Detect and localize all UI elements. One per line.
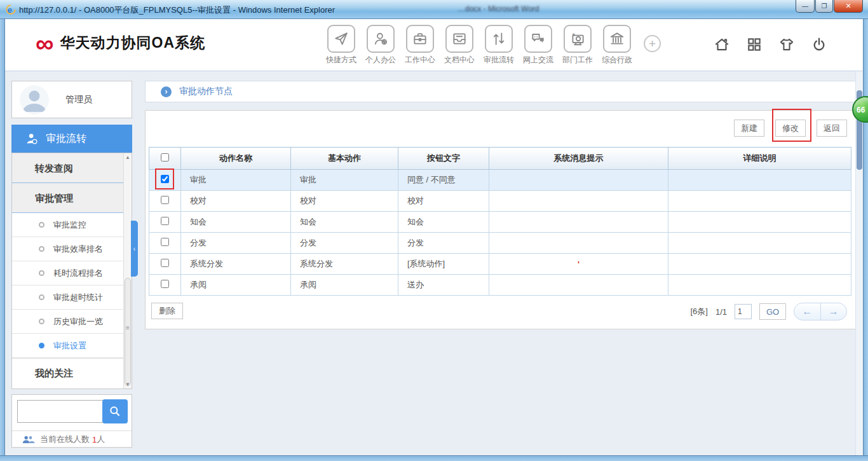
apps-grid-icon[interactable] [746, 36, 763, 53]
prev-page-icon[interactable]: ← [794, 303, 821, 320]
logo-infinity-icon: ∞ [36, 34, 54, 53]
sidebar-group-my-follow[interactable]: 我的关注 [12, 358, 125, 387]
table-row[interactable]: 系统分发系统分发[系统动作]' [149, 254, 851, 275]
table-row[interactable]: 分发分发分发 [149, 233, 851, 254]
window-frame-bottom [0, 455, 868, 461]
ie-favicon-icon: e [5, 4, 17, 15]
select-all-checkbox[interactable] [161, 153, 169, 162]
sidebar-item-sub[interactable]: 审批超时统计 [12, 286, 125, 310]
scroll-up-icon[interactable]: ▲ [124, 155, 132, 160]
cell-detail [668, 170, 851, 191]
nav-item-label: 个人办公 [361, 55, 400, 65]
cell-base-action: 分发 [291, 233, 398, 254]
chat-bubbles-icon [524, 25, 552, 53]
main-panel: 新建 修改 返回 动作名称 基本动作 按钮文字 系统消息提示 详细说明 [145, 110, 857, 329]
table-row[interactable]: 校对校对校对 [149, 191, 851, 212]
nav-item-label: 综合行政 [597, 55, 637, 65]
col-detail: 详细说明 [668, 148, 851, 170]
people-icon [22, 435, 35, 444]
sidebar-item-sub[interactable]: 审批监控 [12, 213, 125, 237]
nav-item-label: 部门工作 [558, 55, 597, 65]
sidebar-module-approval-flow[interactable]: 审批流转 [11, 125, 132, 153]
search-button[interactable] [102, 399, 128, 423]
power-icon[interactable] [811, 36, 827, 53]
scroll-down-icon[interactable]: ▼ [124, 382, 132, 387]
window-title: http://127.0.0.1/ - OA8000平台版_FPLMYSQL5-… [19, 4, 335, 16]
paper-plane-icon [327, 25, 355, 53]
go-button[interactable]: GO [759, 303, 786, 320]
maximize-button[interactable]: ❐ [815, 0, 833, 13]
window-titlebar: e http://127.0.0.1/ - OA8000平台版_FPLMYSQL… [0, 0, 868, 19]
department-screen-icon: ★ [564, 25, 592, 53]
person-badge-icon [25, 132, 38, 145]
nav-item-bank[interactable]: 综合行政 [597, 25, 637, 65]
col-button-text: 按钮文字 [398, 148, 489, 170]
pager-arrows: ← → [794, 303, 847, 320]
next-page-icon[interactable]: → [821, 303, 847, 320]
row-checkbox[interactable] [161, 175, 169, 183]
new-button[interactable]: 新建 [734, 120, 764, 137]
sidebar-item-sub[interactable]: 耗时流程排名 [12, 261, 125, 286]
radio-dot-icon [39, 343, 44, 348]
badge-count: 66 [857, 106, 865, 114]
cell-base-action: 承阅 [291, 275, 398, 296]
nav-item-paper-plane[interactable]: 快捷方式 [322, 25, 361, 65]
sidebar-item-active[interactable]: 审批设置 [12, 334, 125, 358]
page-number-input[interactable] [735, 304, 752, 319]
cell-base-action: 校对 [291, 191, 398, 212]
window-frame-left [0, 19, 5, 461]
row-checkbox[interactable] [161, 280, 169, 288]
sidebar-item-sub[interactable]: 历史审批一览 [12, 310, 125, 334]
sidebar-scrollbar-thumb[interactable] [125, 278, 131, 386]
close-button[interactable]: ✕ [834, 0, 863, 13]
sidebar-item-label: 历史审批一览 [53, 316, 103, 327]
search-icon [109, 405, 121, 418]
bank-icon [603, 25, 631, 53]
row-checkbox[interactable] [161, 259, 169, 267]
table-row[interactable]: 知会知会知会 [149, 212, 851, 233]
window-frame-right [863, 19, 868, 461]
page-scrollbar[interactable] [855, 71, 863, 455]
back-button[interactable]: 返回 [817, 120, 847, 137]
cell-button-text: 分发 [398, 233, 489, 254]
modify-button[interactable]: 修改 [775, 120, 806, 137]
search-input[interactable] [17, 400, 111, 423]
table-row[interactable]: 审批审批同意 / 不同意 [149, 170, 851, 191]
radio-dot-icon [39, 222, 44, 228]
cell-system-message [489, 170, 668, 191]
minimize-button[interactable]: — [796, 0, 815, 13]
table-row[interactable]: 承阅承阅送办 [149, 275, 851, 296]
sidebar-group-forward-review[interactable]: 转发查阅 [12, 153, 125, 183]
nav-item-chat-bubbles[interactable]: 网上交流 [519, 25, 558, 65]
sidebar-group-approval-manage[interactable]: 审批管理 [12, 183, 125, 213]
sidebar-item-sub[interactable]: 审批效率排名 [12, 237, 125, 261]
page-title: 审批动作节点 [179, 86, 233, 97]
person-add-icon [367, 25, 395, 53]
sidebar-item-label: 审批超时统计 [53, 292, 103, 303]
sidebar-search-card: 当前在线人数 1 人 [11, 394, 132, 448]
row-checkbox[interactable] [161, 196, 169, 204]
sidebar-collapse-handle[interactable]: ‹ [131, 221, 138, 277]
table-body: 审批审批同意 / 不同意校对校对校对知会知会知会分发分发分发系统分发系统分发[系… [149, 170, 851, 296]
nav-item-department-screen[interactable]: ★部门工作 [558, 25, 597, 65]
row-checkbox[interactable] [161, 217, 169, 225]
online-unit: 人 [97, 434, 105, 445]
sidebar-item-label: 审批效率排名 [53, 244, 103, 255]
table-header-row: 动作名称 基本动作 按钮文字 系统消息提示 详细说明 [149, 148, 851, 170]
radio-dot-icon [39, 270, 44, 276]
home-icon[interactable] [714, 36, 730, 53]
delete-button[interactable]: 删除 [151, 303, 183, 319]
cell-detail [668, 212, 851, 233]
user-name: 管理员 [65, 94, 92, 106]
header-right-icons [714, 36, 827, 53]
module-label: 审批流转 [46, 132, 86, 146]
nav-item-arrows-updown[interactable]: 审批流转 [479, 25, 519, 65]
quick-add-icon[interactable]: + [644, 35, 661, 52]
sidebar-item-label: 审批设置 [53, 340, 86, 352]
nav-item-briefcase[interactable]: 工作中心 [400, 25, 440, 65]
online-count: 1 [92, 435, 97, 444]
row-checkbox[interactable] [161, 238, 169, 246]
nav-item-person-add[interactable]: 个人办公 [361, 25, 400, 65]
tshirt-theme-icon[interactable] [778, 36, 795, 53]
nav-item-document-tray[interactable]: 文档中心 [440, 25, 479, 65]
